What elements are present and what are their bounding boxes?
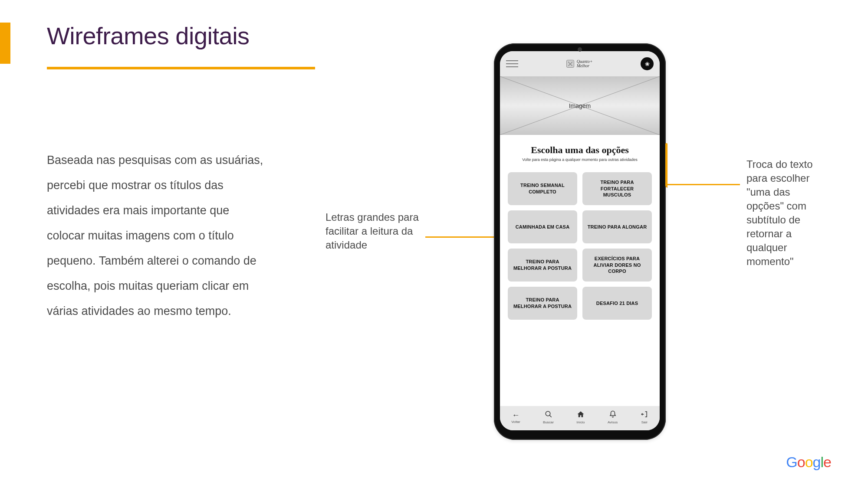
activity-grid: TREINO SEMANAL COMPLETO TREINO PARA FORT… [500,167,660,406]
nav-buscar[interactable]: Buscar [543,410,554,424]
nav-voltar[interactable]: ← Voltar [511,411,520,424]
bell-icon [609,410,617,419]
app-logo: Quanto+ Melhor [566,59,593,68]
google-logo: Google [786,454,831,471]
nav-inicio[interactable]: Início [576,410,585,424]
title-underline [47,67,315,69]
svg-line-3 [549,415,552,417]
back-arrow-icon: ← [512,411,519,419]
annotation-left: Letras grandes para facilitar a leitura … [326,210,430,252]
annotation-right: Troca do texto para escolher "uma das op… [746,157,829,269]
logo-text-2: Melhor [577,64,593,68]
choose-subtitle: Volte para esta página a qualquer moment… [509,157,651,163]
activity-card[interactable]: TREINO SEMANAL COMPLETO [508,172,577,205]
nav-sair[interactable]: Sair [641,410,648,424]
accent-bar [0,23,10,64]
activity-card[interactable]: DESAFIO 21 DIAS [582,287,652,320]
phone-camera-dot [578,47,582,52]
logo-mark-icon [566,60,574,68]
page-title: Wireframes digitais [47,22,250,50]
phone-screen: Quanto+ Melhor Imagem Escolha uma das op… [500,51,660,430]
phone-mockup: Quanto+ Melhor Imagem Escolha uma das op… [494,43,666,440]
activity-card[interactable]: EXERCÍCIOS PARA ALIVIAR DORES NO CORPO [582,249,652,282]
avatar-icon[interactable] [641,57,654,70]
nav-avisos[interactable]: Avisos [608,410,618,424]
search-icon [545,410,552,419]
choose-title: Escolha uma das opções [509,144,651,156]
arrow-right-icon [662,184,740,185]
app-header: Quanto+ Melhor [500,51,660,76]
svg-point-2 [546,411,550,416]
arrow-left-icon [425,236,503,238]
activity-card[interactable]: CAMINHADA EM CASA [508,210,577,243]
exit-icon [641,410,648,419]
home-icon [577,410,585,419]
activity-card[interactable]: TREINO PARA MELHORAR A POSTURA [508,249,577,282]
bottom-nav: ← Voltar Buscar Início Avisos [500,406,660,430]
choose-section: Escolha uma das opções Volte para esta p… [500,135,660,167]
hero-image-placeholder: Imagem [500,76,660,135]
hero-label: Imagem [569,102,591,109]
activity-card[interactable]: TREINO PARA ALONGAR [582,210,652,243]
body-paragraph: Baseada nas pesquisas com as usuárias, p… [47,147,264,324]
phone-power-button [665,143,667,187]
activity-card[interactable]: TREINO PARA FORTALECER MUSCULOS [582,172,652,205]
hamburger-icon[interactable] [506,60,518,67]
activity-card[interactable]: TREINO PARA MELHORAR A POSTURA [508,287,577,320]
